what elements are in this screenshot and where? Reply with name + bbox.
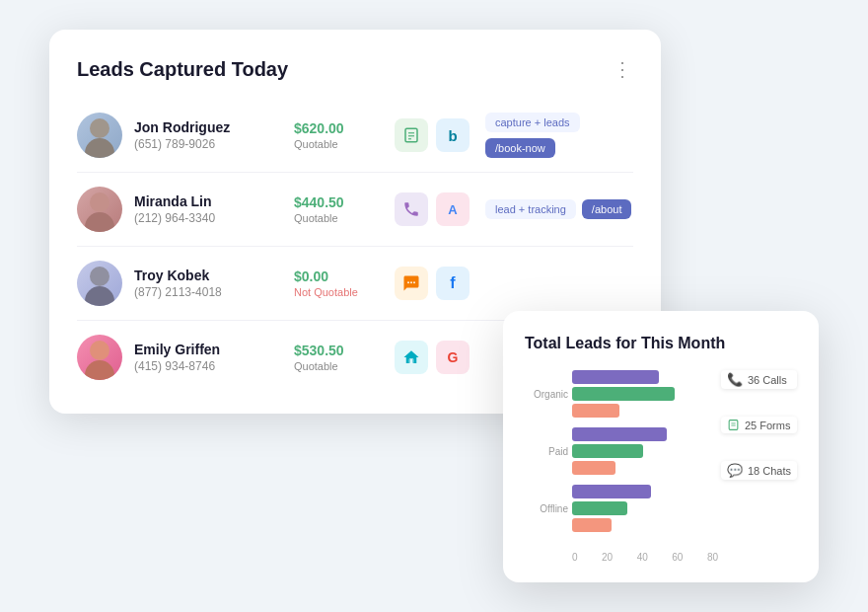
svg-point-5: [410, 281, 412, 283]
lead-tags: lead + tracking /about: [485, 199, 633, 219]
tag-capture-leads: capture + leads: [485, 113, 580, 132]
lead-name: Jon Rodriguez: [134, 119, 282, 135]
tag-book-now: /book-now: [485, 138, 555, 158]
x-label-20: 20: [602, 552, 613, 563]
lead-status: Quotable: [294, 138, 383, 150]
lead-phone: (877) 2113-4018: [134, 285, 282, 299]
legend-calls: 📞 36 Calls: [721, 370, 797, 389]
legend-calls-label: 36 Calls: [748, 374, 787, 386]
lead-value: $0.00 Not Quotable: [294, 268, 383, 298]
bar-paid-purple: [572, 427, 667, 441]
card-title: Leads Captured Today: [77, 58, 288, 81]
x-label-40: 40: [637, 552, 648, 563]
lead-source-icons: A: [395, 192, 473, 226]
lead-name: Troy Kobek: [134, 268, 282, 283]
lead-status: Quotable: [294, 212, 383, 224]
lead-info: Miranda Lin (212) 964-3340: [134, 193, 282, 225]
bar-organic-salmon: [572, 404, 619, 418]
svg-rect-0: [405, 128, 417, 142]
source-icon-google: G: [436, 341, 470, 374]
chart-card: Total Leads for This Month 📞 36 Calls 25…: [503, 311, 819, 582]
avatar: [77, 113, 122, 158]
lead-phone: (651) 789-9026: [134, 137, 282, 151]
source-icon-forms: [395, 118, 428, 152]
source-icon-chat: [395, 267, 428, 300]
x-label-0: 0: [572, 552, 578, 563]
lead-row: Troy Kobek (877) 2113-4018 $0.00 Not Quo…: [77, 247, 633, 321]
bar-offline-salmon: [572, 518, 612, 532]
source-icon-callrail: [395, 192, 428, 226]
x-label-60: 60: [672, 552, 683, 563]
lead-row: Jon Rodriguez (651) 789-9026 $620.00 Quo…: [77, 99, 633, 173]
lead-info: Troy Kobek (877) 2113-4018: [134, 268, 282, 299]
bar-organic-purple: [572, 370, 659, 384]
bar-label-paid: Paid: [525, 446, 568, 457]
bar-paid-green: [572, 444, 643, 458]
lead-source-icons: f: [395, 267, 473, 300]
svg-point-6: [413, 281, 415, 283]
scene: Leads Captured Today ⋮ Jon Rodriguez (65…: [49, 30, 819, 582]
lead-amount: $530.50: [294, 343, 383, 358]
lead-amount: $620.00: [294, 120, 383, 136]
lead-name: Emily Griffen: [134, 342, 282, 357]
chart-title: Total Leads for This Month: [525, 335, 797, 352]
legend-chats: 💬 18 Chats: [721, 461, 797, 480]
lead-value: $440.50 Quotable: [294, 194, 383, 224]
lead-info: Jon Rodriguez (651) 789-9026: [134, 119, 282, 151]
legend-forms: 25 Forms: [721, 417, 797, 433]
card-header: Leads Captured Today ⋮: [77, 57, 633, 81]
svg-point-4: [407, 281, 409, 283]
lead-info: Emily Griffen (415) 934-8746: [134, 342, 282, 373]
source-icon-facebook: f: [436, 267, 470, 300]
bar-label-offline: Offline: [525, 503, 568, 514]
lead-name: Miranda Lin: [134, 193, 282, 209]
tag-about: /about: [582, 199, 632, 219]
lead-status: Quotable: [294, 360, 383, 372]
lead-status: Not Quotable: [294, 286, 383, 298]
source-icon-google-ads: A: [436, 192, 470, 226]
lead-phone: (212) 964-3340: [134, 211, 282, 225]
lead-phone: (415) 934-8746: [134, 359, 282, 373]
x-label-80: 80: [707, 552, 718, 563]
tag-lead-tracking: lead + tracking: [485, 199, 576, 219]
legend-forms-label: 25 Forms: [745, 420, 790, 431]
avatar: [77, 261, 122, 306]
svg-rect-8: [729, 421, 738, 430]
lead-value: $530.50 Quotable: [294, 343, 383, 372]
source-icon-home: [395, 341, 428, 374]
avatar: [77, 187, 122, 232]
bar-offline-purple: [572, 485, 651, 498]
bar-organic-green: [572, 387, 675, 401]
avatar: [77, 335, 122, 380]
lead-source-icons: b: [395, 118, 473, 152]
bar-offline-green: [572, 501, 627, 515]
lead-amount: $440.50: [294, 194, 383, 210]
legend-chats-label: 18 Chats: [748, 465, 791, 477]
lead-source-icons: G: [395, 341, 473, 374]
source-icon-bing: b: [436, 118, 470, 152]
lead-row: Miranda Lin (212) 964-3340 $440.50 Quota…: [77, 173, 633, 247]
bar-label-organic: Organic: [525, 389, 568, 400]
lead-amount: $0.00: [294, 268, 383, 284]
more-options-icon[interactable]: ⋮: [613, 57, 633, 81]
lead-tags: capture + leads /book-now: [485, 113, 633, 158]
bar-paid-salmon: [572, 461, 615, 475]
lead-value: $620.00 Quotable: [294, 120, 383, 150]
